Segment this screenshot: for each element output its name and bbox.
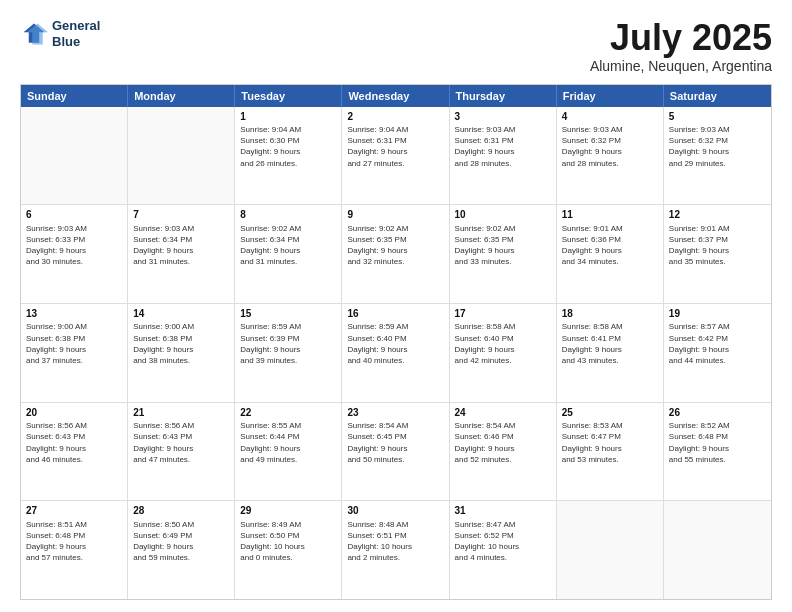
calendar-cell: 3Sunrise: 9:03 AMSunset: 6:31 PMDaylight… [450,107,557,205]
day-number: 21 [133,406,229,420]
calendar-cell: 22Sunrise: 8:55 AMSunset: 6:44 PMDayligh… [235,403,342,501]
day-number: 5 [669,110,766,124]
calendar-row: 6Sunrise: 9:03 AMSunset: 6:33 PMDaylight… [21,205,771,304]
weekday-header: Monday [128,85,235,107]
calendar-cell: 5Sunrise: 9:03 AMSunset: 6:32 PMDaylight… [664,107,771,205]
cell-info: Sunrise: 9:03 AMSunset: 6:33 PMDaylight:… [26,223,122,268]
day-number: 14 [133,307,229,321]
cell-info: Sunrise: 8:49 AMSunset: 6:50 PMDaylight:… [240,519,336,564]
title-block: July 2025 Alumine, Neuquen, Argentina [590,18,772,74]
calendar-cell: 17Sunrise: 8:58 AMSunset: 6:40 PMDayligh… [450,304,557,402]
day-number: 18 [562,307,658,321]
cell-info: Sunrise: 9:01 AMSunset: 6:37 PMDaylight:… [669,223,766,268]
day-number: 24 [455,406,551,420]
calendar-cell: 30Sunrise: 8:48 AMSunset: 6:51 PMDayligh… [342,501,449,599]
day-number: 16 [347,307,443,321]
cell-info: Sunrise: 8:56 AMSunset: 6:43 PMDaylight:… [133,420,229,465]
empty-cell [21,107,128,205]
weekday-header: Thursday [450,85,557,107]
cell-info: Sunrise: 8:59 AMSunset: 6:39 PMDaylight:… [240,321,336,366]
calendar-cell: 23Sunrise: 8:54 AMSunset: 6:45 PMDayligh… [342,403,449,501]
calendar-cell: 1Sunrise: 9:04 AMSunset: 6:30 PMDaylight… [235,107,342,205]
day-number: 8 [240,208,336,222]
calendar-cell: 28Sunrise: 8:50 AMSunset: 6:49 PMDayligh… [128,501,235,599]
cell-info: Sunrise: 8:53 AMSunset: 6:47 PMDaylight:… [562,420,658,465]
calendar-cell: 20Sunrise: 8:56 AMSunset: 6:43 PMDayligh… [21,403,128,501]
day-number: 12 [669,208,766,222]
page: General Blue July 2025 Alumine, Neuquen,… [0,0,792,612]
cell-info: Sunrise: 9:03 AMSunset: 6:32 PMDaylight:… [669,124,766,169]
weekday-header: Wednesday [342,85,449,107]
calendar-cell: 15Sunrise: 8:59 AMSunset: 6:39 PMDayligh… [235,304,342,402]
day-number: 31 [455,504,551,518]
calendar-cell: 10Sunrise: 9:02 AMSunset: 6:35 PMDayligh… [450,205,557,303]
calendar-cell: 27Sunrise: 8:51 AMSunset: 6:48 PMDayligh… [21,501,128,599]
calendar-body: 1Sunrise: 9:04 AMSunset: 6:30 PMDaylight… [21,107,771,599]
calendar-cell: 2Sunrise: 9:04 AMSunset: 6:31 PMDaylight… [342,107,449,205]
day-number: 6 [26,208,122,222]
day-number: 26 [669,406,766,420]
day-number: 10 [455,208,551,222]
header: General Blue July 2025 Alumine, Neuquen,… [20,18,772,74]
calendar-cell: 4Sunrise: 9:03 AMSunset: 6:32 PMDaylight… [557,107,664,205]
calendar-row: 13Sunrise: 9:00 AMSunset: 6:38 PMDayligh… [21,304,771,403]
calendar-cell: 9Sunrise: 9:02 AMSunset: 6:35 PMDaylight… [342,205,449,303]
weekday-header: Friday [557,85,664,107]
cell-info: Sunrise: 9:02 AMSunset: 6:35 PMDaylight:… [455,223,551,268]
cell-info: Sunrise: 9:00 AMSunset: 6:38 PMDaylight:… [133,321,229,366]
cell-info: Sunrise: 8:51 AMSunset: 6:48 PMDaylight:… [26,519,122,564]
subtitle: Alumine, Neuquen, Argentina [590,58,772,74]
calendar-cell: 25Sunrise: 8:53 AMSunset: 6:47 PMDayligh… [557,403,664,501]
cell-info: Sunrise: 8:54 AMSunset: 6:46 PMDaylight:… [455,420,551,465]
cell-info: Sunrise: 8:50 AMSunset: 6:49 PMDaylight:… [133,519,229,564]
calendar-cell: 14Sunrise: 9:00 AMSunset: 6:38 PMDayligh… [128,304,235,402]
cell-info: Sunrise: 9:04 AMSunset: 6:30 PMDaylight:… [240,124,336,169]
day-number: 17 [455,307,551,321]
day-number: 13 [26,307,122,321]
day-number: 2 [347,110,443,124]
calendar-cell: 26Sunrise: 8:52 AMSunset: 6:48 PMDayligh… [664,403,771,501]
calendar-cell: 21Sunrise: 8:56 AMSunset: 6:43 PMDayligh… [128,403,235,501]
logo-icon [20,20,48,48]
logo: General Blue [20,18,100,49]
cell-info: Sunrise: 8:57 AMSunset: 6:42 PMDaylight:… [669,321,766,366]
calendar-header: SundayMondayTuesdayWednesdayThursdayFrid… [21,85,771,107]
calendar-cell: 29Sunrise: 8:49 AMSunset: 6:50 PMDayligh… [235,501,342,599]
calendar-cell: 31Sunrise: 8:47 AMSunset: 6:52 PMDayligh… [450,501,557,599]
cell-info: Sunrise: 9:03 AMSunset: 6:31 PMDaylight:… [455,124,551,169]
day-number: 7 [133,208,229,222]
day-number: 1 [240,110,336,124]
calendar-cell: 13Sunrise: 9:00 AMSunset: 6:38 PMDayligh… [21,304,128,402]
calendar-cell: 7Sunrise: 9:03 AMSunset: 6:34 PMDaylight… [128,205,235,303]
calendar-cell: 16Sunrise: 8:59 AMSunset: 6:40 PMDayligh… [342,304,449,402]
cell-info: Sunrise: 8:55 AMSunset: 6:44 PMDaylight:… [240,420,336,465]
cell-info: Sunrise: 8:54 AMSunset: 6:45 PMDaylight:… [347,420,443,465]
cell-info: Sunrise: 8:52 AMSunset: 6:48 PMDaylight:… [669,420,766,465]
cell-info: Sunrise: 9:02 AMSunset: 6:34 PMDaylight:… [240,223,336,268]
cell-info: Sunrise: 9:03 AMSunset: 6:34 PMDaylight:… [133,223,229,268]
cell-info: Sunrise: 8:48 AMSunset: 6:51 PMDaylight:… [347,519,443,564]
cell-info: Sunrise: 8:58 AMSunset: 6:41 PMDaylight:… [562,321,658,366]
empty-cell [128,107,235,205]
cell-info: Sunrise: 8:47 AMSunset: 6:52 PMDaylight:… [455,519,551,564]
cell-info: Sunrise: 9:01 AMSunset: 6:36 PMDaylight:… [562,223,658,268]
day-number: 11 [562,208,658,222]
day-number: 27 [26,504,122,518]
calendar-cell: 19Sunrise: 8:57 AMSunset: 6:42 PMDayligh… [664,304,771,402]
calendar-cell: 24Sunrise: 8:54 AMSunset: 6:46 PMDayligh… [450,403,557,501]
day-number: 23 [347,406,443,420]
calendar-cell: 6Sunrise: 9:03 AMSunset: 6:33 PMDaylight… [21,205,128,303]
calendar-row: 27Sunrise: 8:51 AMSunset: 6:48 PMDayligh… [21,501,771,599]
calendar: SundayMondayTuesdayWednesdayThursdayFrid… [20,84,772,600]
day-number: 25 [562,406,658,420]
calendar-cell: 18Sunrise: 8:58 AMSunset: 6:41 PMDayligh… [557,304,664,402]
calendar-cell: 11Sunrise: 9:01 AMSunset: 6:36 PMDayligh… [557,205,664,303]
day-number: 3 [455,110,551,124]
weekday-header: Saturday [664,85,771,107]
cell-info: Sunrise: 9:00 AMSunset: 6:38 PMDaylight:… [26,321,122,366]
day-number: 22 [240,406,336,420]
day-number: 28 [133,504,229,518]
day-number: 9 [347,208,443,222]
calendar-cell: 12Sunrise: 9:01 AMSunset: 6:37 PMDayligh… [664,205,771,303]
day-number: 15 [240,307,336,321]
